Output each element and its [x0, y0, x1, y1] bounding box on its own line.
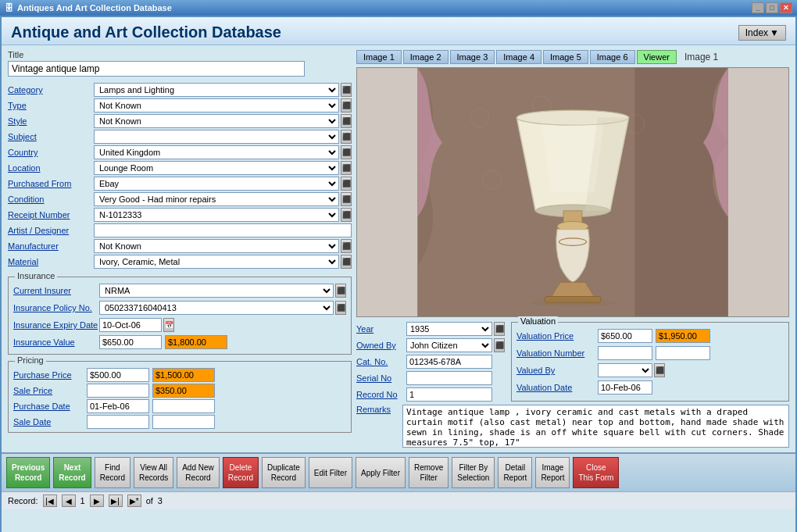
val-number-label[interactable]: Valuation Number [516, 348, 595, 358]
close-form-button[interactable]: CloseThis Form [573, 457, 619, 488]
purchased-from-btn[interactable]: ⬛ [341, 177, 352, 191]
country-btn[interactable]: ⬛ [341, 145, 352, 159]
record-no-label[interactable]: Record No [356, 390, 403, 399]
owned-by-select[interactable]: John Citizen [406, 338, 492, 352]
subject-label[interactable]: Subject [8, 132, 94, 141]
material-select[interactable]: Ivory, Ceramic, Metal [94, 255, 339, 269]
country-label[interactable]: Country [8, 148, 94, 157]
tab-viewer[interactable]: Viewer [637, 50, 677, 64]
artist-input[interactable] [94, 223, 352, 237]
cat-no-input[interactable] [406, 355, 492, 369]
condition-btn[interactable]: ⬛ [341, 192, 352, 206]
sale-price-label[interactable]: Sale Price [13, 386, 84, 395]
expiry-input[interactable] [99, 318, 162, 332]
purchase-price-input2[interactable] [152, 368, 215, 382]
val-date-label[interactable]: Valuation Date [516, 383, 595, 392]
edit-filter-button[interactable]: Edit Filter [309, 457, 352, 488]
ins-value-input2[interactable] [165, 335, 227, 349]
serial-no-label[interactable]: Serial No [356, 373, 403, 383]
artist-label[interactable]: Artist / Designer [8, 226, 94, 235]
sale-date-input2[interactable] [152, 415, 215, 429]
remarks-label[interactable]: Remarks [356, 405, 399, 448]
find-record-button[interactable]: FindRecord [95, 457, 130, 488]
apply-filter-button[interactable]: Apply Filter [356, 457, 406, 488]
duplicate-record-button[interactable]: DuplicateRecord [262, 457, 306, 488]
year-select[interactable]: 1935 [406, 322, 492, 336]
sale-price-input1[interactable] [87, 384, 149, 398]
view-all-records-button[interactable]: View AllRecords [134, 457, 173, 488]
serial-no-input[interactable] [406, 371, 492, 385]
purchased-from-select[interactable]: Ebay [94, 177, 339, 191]
tab-image6[interactable]: Image 6 [590, 50, 635, 64]
new-record-nav-btn[interactable]: ▶* [127, 495, 141, 507]
year-label[interactable]: Year [356, 324, 403, 334]
location-btn[interactable]: ⬛ [341, 161, 352, 175]
record-no-input[interactable] [406, 387, 492, 402]
material-label[interactable]: Material [8, 257, 94, 266]
delete-record-button[interactable]: DeleteRecord [223, 457, 259, 488]
condition-label[interactable]: Condition [8, 195, 94, 204]
sale-date-input1[interactable] [87, 415, 149, 429]
type-select[interactable]: Not Known [94, 98, 339, 112]
filter-by-selection-button[interactable]: Filter BySelection [452, 457, 495, 488]
style-btn[interactable]: ⬛ [341, 114, 352, 128]
insurer-label[interactable]: Current Insurer [13, 286, 99, 295]
style-select[interactable]: Not Known [94, 114, 339, 128]
val-number-input2[interactable] [656, 346, 710, 360]
purchased-from-label[interactable]: Purchased From [8, 179, 94, 188]
purchase-price-label[interactable]: Purchase Price [13, 370, 84, 380]
cat-no-label[interactable]: Cat. No. [356, 357, 403, 366]
val-price-input2[interactable] [656, 329, 710, 343]
ins-value-label[interactable]: Insurance Value [13, 337, 99, 347]
tab-image4[interactable]: Image 4 [496, 50, 541, 64]
policy-select[interactable]: 050233716040413 [99, 301, 334, 315]
year-btn[interactable]: ⬛ [494, 322, 505, 336]
minimize-button[interactable]: _ [752, 2, 764, 13]
purchase-price-input1[interactable] [87, 368, 149, 382]
tab-image1[interactable]: Image 1 [356, 50, 402, 64]
purchase-date-input1[interactable] [87, 399, 149, 413]
manufacturer-btn[interactable]: ⬛ [341, 239, 352, 253]
sale-price-input2[interactable] [152, 384, 215, 398]
category-btn[interactable]: ⬛ [341, 83, 352, 97]
valued-by-select[interactable] [598, 363, 652, 377]
subject-select[interactable] [94, 130, 339, 144]
valued-by-label[interactable]: Valued By [516, 366, 595, 375]
type-btn[interactable]: ⬛ [341, 98, 352, 112]
manufacturer-select[interactable]: Not Known [94, 239, 339, 253]
owned-by-btn[interactable]: ⬛ [494, 338, 505, 352]
insurer-select[interactable]: NRMA [99, 284, 334, 298]
sale-date-label[interactable]: Sale Date [13, 417, 84, 427]
subject-btn[interactable]: ⬛ [341, 130, 352, 144]
purchase-date-label[interactable]: Purchase Date [13, 402, 84, 411]
expiry-label[interactable]: Insurance Expiry Date [13, 320, 99, 330]
tab-image5[interactable]: Image 5 [543, 50, 588, 64]
remarks-textarea[interactable]: Vintage antique lamp , ivory ceramic and… [402, 405, 789, 448]
material-btn[interactable]: ⬛ [341, 255, 352, 269]
val-price-label[interactable]: Valuation Price [516, 331, 595, 341]
detail-report-button[interactable]: DetailReport [498, 457, 532, 488]
insurer-btn[interactable]: ⬛ [335, 284, 346, 298]
prev-record-button[interactable]: PreviousRecord [6, 457, 50, 488]
location-select[interactable]: Lounge Room [94, 161, 339, 175]
country-select[interactable]: United Kingdom [94, 145, 339, 159]
policy-label[interactable]: Insurance Policy No. [13, 303, 99, 312]
index-button[interactable]: Index ▼ [738, 25, 786, 41]
type-label[interactable]: Type [8, 101, 94, 110]
owned-by-label[interactable]: Owned By [356, 341, 403, 350]
receipt-number-btn[interactable]: ⬛ [341, 208, 352, 222]
tab-image3[interactable]: Image 3 [450, 50, 495, 64]
next-record-nav-btn[interactable]: ▶ [90, 495, 104, 507]
close-button[interactable]: ✕ [780, 2, 792, 13]
purchase-date-input2[interactable] [152, 399, 215, 413]
val-price-input1[interactable] [598, 329, 652, 343]
prev-record-nav-btn[interactable]: ◀ [62, 495, 76, 507]
receipt-number-label[interactable]: Receipt Number [8, 210, 94, 220]
manufacturer-label[interactable]: Manufacturer [8, 241, 94, 251]
tab-image2[interactable]: Image 2 [403, 50, 449, 64]
image-report-button[interactable]: ImageReport [535, 457, 570, 488]
category-label[interactable]: Category [8, 85, 94, 95]
val-date-input[interactable] [598, 380, 652, 395]
location-label[interactable]: Location [8, 163, 94, 173]
policy-btn[interactable]: ⬛ [335, 301, 346, 315]
